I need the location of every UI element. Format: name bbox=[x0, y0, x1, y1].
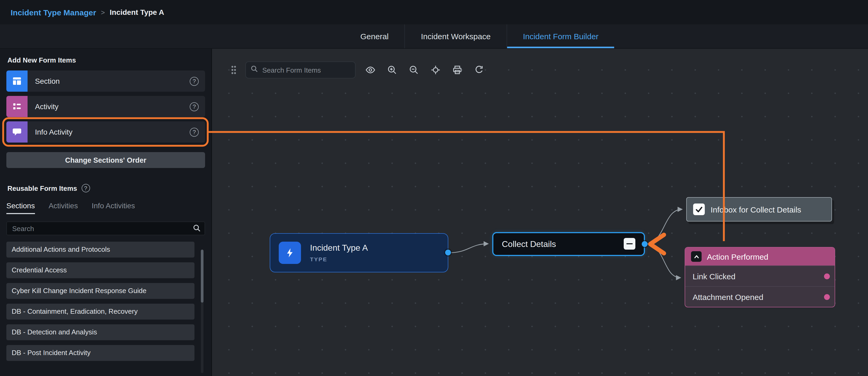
search-icon bbox=[193, 224, 201, 234]
zoom-out-button[interactable] bbox=[407, 63, 421, 77]
lightning-icon bbox=[279, 242, 301, 264]
activity-help-icon[interactable]: ? bbox=[190, 102, 199, 111]
form-item-type-info-activity[interactable]: Info Activity ? bbox=[6, 121, 205, 143]
form-item-type-activity[interactable]: Activity ? bbox=[6, 96, 205, 117]
action-row-link-clicked[interactable]: Link Clicked bbox=[685, 265, 835, 286]
collect-details-title: Collect Details bbox=[502, 239, 556, 249]
fit-view-button[interactable] bbox=[429, 63, 442, 77]
form-item-type-section[interactable]: Section ? bbox=[6, 70, 205, 92]
search-icon bbox=[251, 65, 258, 75]
sidebar-search-input[interactable] bbox=[6, 221, 205, 235]
print-button[interactable] bbox=[451, 63, 464, 77]
form-items-sidebar: Add New Form Items Section ? Activity ? … bbox=[0, 49, 212, 376]
tab-incident-workspace[interactable]: Incident Workspace bbox=[405, 24, 506, 48]
list-item[interactable]: Cyber Kill Change Incident Response Guid… bbox=[6, 283, 194, 299]
tab-group: General Incident Workspace Incident Form… bbox=[344, 24, 614, 49]
tab-sections[interactable]: Sections bbox=[6, 201, 35, 214]
reusable-form-items-header: Reusable Form Items ? bbox=[6, 184, 205, 192]
info-activity-label: Info Activity bbox=[35, 128, 72, 136]
tab-general[interactable]: General bbox=[344, 24, 405, 48]
output-port[interactable] bbox=[824, 294, 830, 300]
list-item[interactable]: Additional Actions and Protocols bbox=[6, 242, 194, 257]
canvas-search-input[interactable] bbox=[261, 65, 355, 74]
reusable-help-icon[interactable]: ? bbox=[81, 184, 90, 192]
activity-icon bbox=[6, 96, 28, 117]
info-activity-icon bbox=[6, 121, 28, 143]
chevron-up-icon bbox=[691, 251, 702, 262]
action-row-label: Link Clicked bbox=[692, 272, 736, 281]
infobox-title: Infobox for Collect Details bbox=[711, 205, 801, 214]
list-scrollbar-thumb[interactable] bbox=[201, 250, 204, 303]
list-item[interactable]: DB - Post Incident Activity bbox=[6, 345, 194, 361]
collect-details-node[interactable]: Collect Details bbox=[492, 232, 645, 256]
list-item[interactable]: DB - Detection and Analysis bbox=[6, 324, 194, 340]
section-icon bbox=[6, 70, 28, 92]
top-bar: Incident Type Manager > Incident Type A bbox=[0, 0, 868, 24]
change-sections-order-button[interactable]: Change Sections' Order bbox=[6, 152, 205, 168]
breadcrumb-separator: > bbox=[101, 8, 105, 16]
incident-type-node-text: Incident Type A TYPE bbox=[310, 243, 368, 262]
action-performed-node[interactable]: Action Performed Link Clicked Attachment… bbox=[685, 247, 835, 307]
action-performed-title: Action Performed bbox=[707, 252, 768, 261]
checkbox-icon bbox=[693, 203, 705, 215]
tab-info-activities[interactable]: Info Activities bbox=[92, 201, 135, 214]
preview-eye-button[interactable] bbox=[364, 63, 377, 77]
output-port[interactable] bbox=[824, 273, 830, 279]
incident-type-node-title: Incident Type A bbox=[310, 243, 368, 253]
canvas-search-box bbox=[245, 61, 355, 79]
tab-incident-form-builder[interactable]: Incident Form Builder bbox=[506, 24, 614, 48]
add-new-form-items-heading: Add New Form Items bbox=[7, 56, 205, 64]
list-item[interactable]: DB - Containment, Eradication, Recovery bbox=[6, 304, 194, 319]
collapse-node-button[interactable] bbox=[624, 238, 636, 250]
reusable-tabs: Sections Activities Info Activities bbox=[6, 201, 205, 214]
zoom-in-button[interactable] bbox=[385, 63, 399, 77]
main-tab-bar: General Incident Workspace Incident Form… bbox=[0, 24, 868, 49]
breadcrumb-root-link[interactable]: Incident Type Manager bbox=[10, 8, 96, 17]
breadcrumb-current: Incident Type A bbox=[110, 8, 164, 17]
sidebar-search bbox=[6, 221, 205, 235]
action-row-attachment-opened[interactable]: Attachment Opened bbox=[685, 286, 835, 307]
incident-type-manager-app: Incident Type Manager > Incident Type A … bbox=[0, 0, 868, 376]
reusable-form-items-heading: Reusable Form Items bbox=[7, 184, 77, 192]
tab-activities[interactable]: Activities bbox=[49, 201, 78, 214]
incident-type-node-subtitle: TYPE bbox=[310, 256, 368, 262]
list-item[interactable]: Credential Access bbox=[6, 262, 194, 278]
drag-handle-icon[interactable] bbox=[230, 65, 238, 75]
infobox-node[interactable]: Infobox for Collect Details bbox=[686, 197, 832, 221]
action-performed-header: Action Performed bbox=[685, 248, 835, 265]
refresh-button[interactable] bbox=[472, 63, 486, 77]
list-scrollbar bbox=[201, 250, 204, 373]
canvas-toolbar bbox=[230, 60, 486, 80]
section-label: Section bbox=[35, 77, 60, 85]
form-builder-canvas[interactable]: Incident Type A TYPE Collect Details Inf… bbox=[212, 49, 868, 376]
activity-label: Activity bbox=[35, 102, 59, 111]
minus-icon bbox=[626, 243, 633, 244]
section-help-icon[interactable]: ? bbox=[190, 76, 199, 86]
collect-details-output-port[interactable] bbox=[642, 241, 648, 247]
reusable-sections-list: Additional Actions and Protocols Credent… bbox=[6, 242, 205, 361]
incident-type-output-port[interactable] bbox=[445, 250, 451, 255]
incident-type-node[interactable]: Incident Type A TYPE bbox=[270, 233, 448, 272]
action-row-label: Attachment Opened bbox=[692, 292, 763, 301]
info-activity-help-icon[interactable]: ? bbox=[190, 127, 199, 136]
